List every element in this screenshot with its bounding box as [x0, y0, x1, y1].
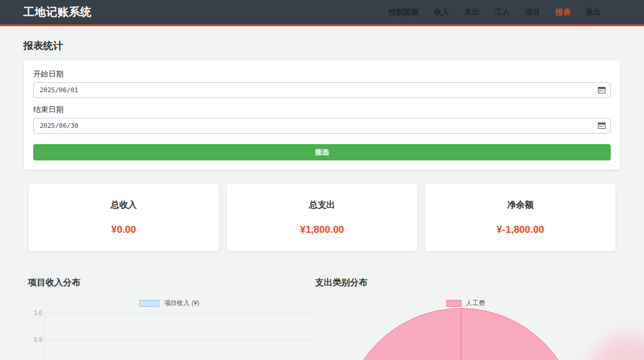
pie-render-artifact — [588, 335, 644, 360]
income-chart-plot-area: 1.0 0.9 0.8 — [44, 313, 311, 360]
start-date-input[interactable] — [33, 82, 611, 98]
charts-row: 项目收入分布 项目收入 (¥) 1.0 0.9 0.8 支出类别分布 人工费 — [28, 277, 616, 360]
end-date-label: 结束日期 — [33, 104, 611, 115]
stat-label: 总支出 — [227, 200, 417, 211]
nav-item-income[interactable]: 收入 — [434, 7, 449, 18]
income-bar-chart: 项目收入分布 项目收入 (¥) 1.0 0.9 0.8 — [28, 277, 311, 360]
nav-links: 控制面板 收入 支出 工人 项目 报表 退出 — [388, 7, 601, 18]
stat-label: 净余额 — [425, 200, 615, 211]
page-title: 报表统计 — [23, 39, 621, 53]
bar-legend-swatch-icon — [139, 300, 159, 307]
stat-value: ¥1,800.00 — [227, 224, 417, 236]
navbar: 工地记账系统 控制面板 收入 支出 工人 项目 报表 退出 — [0, 0, 644, 26]
date-filter-card: 开始日期 结束日期 筛选 — [23, 60, 621, 170]
nav-item-reports[interactable]: 报表 — [555, 7, 570, 18]
stats-row: 总收入 ¥0.00 总支出 ¥1,800.00 净余额 ¥-1,800.00 — [28, 183, 616, 251]
nav-item-logout[interactable]: 退出 — [586, 7, 601, 18]
nav-item-dashboard[interactable]: 控制面板 — [388, 7, 419, 18]
stat-label: 总收入 — [29, 200, 219, 211]
start-date-label: 开始日期 — [33, 69, 611, 79]
y-axis-line — [44, 313, 45, 360]
income-chart-title: 项目收入分布 — [28, 277, 311, 288]
calendar-icon[interactable] — [598, 86, 606, 93]
nav-item-projects[interactable]: 项目 — [525, 7, 540, 18]
expense-chart-title: 支出类别分布 — [315, 277, 616, 288]
stat-value: ¥0.00 — [29, 224, 219, 236]
y-tick: 1.0 — [28, 310, 42, 316]
y-tick: 0.9 — [28, 337, 42, 343]
filter-submit-button[interactable]: 筛选 — [33, 144, 611, 160]
stat-card-net-balance: 净余额 ¥-1,800.00 — [425, 183, 616, 251]
expense-chart-legend[interactable]: 人工费 — [315, 299, 616, 307]
pie-slice-labor-cost[interactable] — [343, 308, 579, 360]
income-chart-legend[interactable]: 项目收入 (¥) — [28, 299, 311, 307]
app-brand: 工地记账系统 — [23, 5, 92, 20]
stat-card-total-expense: 总支出 ¥1,800.00 — [226, 183, 418, 251]
income-legend-label: 项目收入 (¥) — [164, 299, 200, 307]
expense-pie-chart: 支出类别分布 人工费 — [315, 277, 616, 360]
nav-item-workers[interactable]: 工人 — [495, 7, 510, 18]
expense-legend-label: 人工费 — [466, 299, 485, 307]
start-date-wrap — [33, 82, 611, 98]
stat-card-total-income: 总收入 ¥0.00 — [28, 183, 219, 251]
stat-value: ¥-1,800.00 — [425, 224, 615, 236]
gridline: 0.9 — [44, 340, 311, 340]
end-date-input[interactable] — [33, 118, 611, 134]
calendar-icon[interactable] — [598, 122, 606, 129]
pie-legend-swatch-icon — [446, 300, 461, 307]
end-date-wrap — [33, 118, 611, 134]
gridline: 1.0 — [44, 313, 311, 313]
nav-item-expense[interactable]: 支出 — [464, 7, 480, 18]
